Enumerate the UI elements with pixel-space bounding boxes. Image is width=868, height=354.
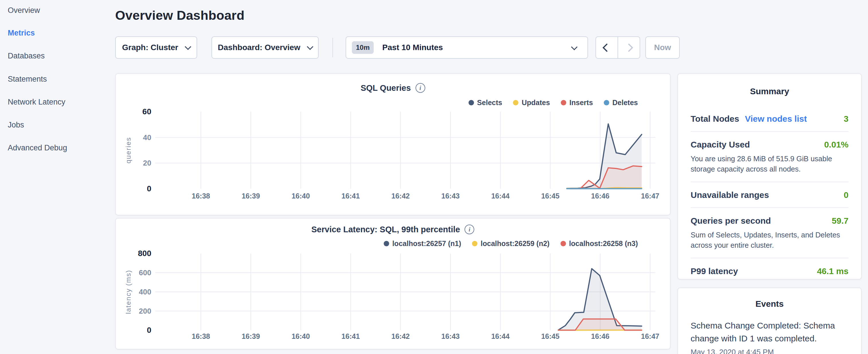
sidebar-item-advanced-debug[interactable]: Advanced Debug — [8, 143, 67, 152]
x-tick-label: 16:47 — [641, 192, 659, 200]
time-range-dropdown[interactable]: 10m Past 10 Minutes — [346, 36, 588, 59]
sql-queries-card: SQL QueriesiSelectsUpdatesInsertsDeletes… — [115, 73, 671, 215]
x-tick-label: 16:44 — [491, 192, 509, 200]
x-tick-label: 16:43 — [441, 332, 460, 340]
dashboard-dropdown-label: Dashboard: Overview — [218, 43, 300, 52]
sidebar-item-jobs[interactable]: Jobs — [8, 121, 24, 129]
y-tick-label: 0 — [147, 184, 151, 193]
time-next-button[interactable] — [618, 37, 640, 58]
y-tick-label: 600 — [139, 268, 151, 277]
now-button[interactable]: Now — [645, 36, 680, 59]
sidebar: OverviewMetricsDatabasesStatementsNetwor… — [0, 0, 113, 354]
sidebar-item-overview[interactable]: Overview — [8, 6, 40, 15]
x-tick-label: 16:42 — [392, 192, 410, 200]
summary-value: 59.7 — [832, 216, 848, 226]
summary-title: Summary — [691, 84, 848, 96]
graph-dropdown[interactable]: Graph: Cluster — [115, 36, 197, 59]
page-title: Overview Dashboard — [115, 8, 244, 23]
chevron-down-icon — [571, 44, 578, 51]
sidebar-item-databases[interactable]: Databases — [8, 52, 45, 60]
summary-link[interactable]: View nodes list — [745, 114, 807, 124]
events-list: Schema Change Completed: Schema change w… — [691, 319, 848, 354]
summary-row-line: Unavailable ranges0 — [691, 190, 848, 200]
x-tick-label: 16:46 — [591, 192, 610, 200]
x-tick-label: 16:45 — [541, 332, 559, 340]
summary-value: 46.1 ms — [817, 266, 848, 276]
graph-dropdown-label: Graph: Cluster — [122, 43, 178, 52]
summary-subtext: You are using 28.6 MiB of 515.9 GiB usab… — [691, 154, 848, 174]
summary-row-capacity-used: Capacity Used0.01%You are using 28.6 MiB… — [691, 131, 848, 182]
controls-divider — [333, 38, 333, 57]
summary-label: Total Nodes — [691, 114, 739, 124]
y-axis-title: latency (ms) — [124, 270, 132, 314]
y-tick-label: 60 — [143, 107, 151, 116]
summary-row-p99-latency: P99 latency46.1 ms — [691, 258, 848, 284]
y-tick-label: 40 — [143, 133, 151, 142]
x-tick-label: 16:38 — [192, 332, 210, 340]
event-timestamp: May 13, 2020 at 4:45 PM — [691, 348, 848, 354]
summary-row-line: Capacity Used0.01% — [691, 140, 848, 150]
summary-value: 0.01% — [824, 140, 848, 150]
chevron-right-icon — [625, 43, 633, 52]
y-tick-label: 400 — [139, 288, 151, 296]
summary-row-line: P99 latency46.1 ms — [691, 266, 848, 276]
sidebar-item-statements[interactable]: Statements — [8, 75, 47, 84]
x-tick-label: 16:38 — [192, 192, 210, 200]
x-tick-label: 16:40 — [291, 332, 310, 340]
sql-queries-plot: 16:3816:3916:4016:4116:4216:4316:4416:45… — [116, 74, 671, 216]
sidebar-item-network-latency[interactable]: Network Latency — [8, 98, 65, 106]
x-tick-label: 16:41 — [342, 192, 360, 200]
summary-row-total-nodes: Total NodesView nodes list3 — [691, 106, 848, 131]
events-title: Events — [691, 296, 848, 309]
dashboard-dropdown[interactable]: Dashboard: Overview — [212, 36, 319, 59]
summary-row-queries-per-second: Queries per second59.7Sum of Selects, Up… — [691, 207, 848, 258]
summary-label: Capacity Used — [691, 140, 750, 150]
x-tick-label: 16:45 — [541, 192, 559, 200]
summary-row-unavailable-ranges: Unavailable ranges0 — [691, 182, 848, 207]
sidebar-item-metrics[interactable]: Metrics — [8, 29, 35, 37]
x-tick-label: 16:41 — [342, 332, 360, 340]
x-tick-label: 16:39 — [242, 332, 260, 340]
summary-subtext: Sum of Selects, Updates, Inserts, and De… — [691, 230, 848, 250]
service-latency-card: Service Latency: SQL, 99th percentileilo… — [115, 218, 671, 349]
event-item[interactable]: Schema Change Completed: Schema change w… — [691, 319, 848, 354]
x-tick-label: 16:44 — [491, 332, 509, 340]
summary-row-line: Queries per second59.7 — [691, 216, 848, 226]
time-prev-button[interactable] — [596, 37, 618, 58]
y-tick-label: 200 — [139, 307, 151, 315]
event-text: Schema Change Completed: Schema change w… — [691, 319, 848, 345]
time-range-badge: 10m — [352, 41, 374, 54]
service-latency-sql-99th-percentile-plot: 16:3816:3916:4016:4116:4216:4316:4416:45… — [116, 219, 671, 350]
chevron-left-icon — [602, 43, 611, 52]
summary-row-line: Total NodesView nodes list3 — [691, 114, 848, 124]
summary-value: 0 — [844, 190, 848, 200]
summary-label: Unavailable ranges — [691, 190, 769, 200]
y-axis-title: queries — [124, 137, 132, 164]
x-tick-label: 16:46 — [591, 332, 610, 340]
time-pager — [595, 36, 640, 59]
y-tick-label: 800 — [138, 249, 151, 258]
x-tick-label: 16:47 — [641, 332, 659, 340]
summary-label: P99 latency — [691, 266, 738, 276]
time-range-label: Past 10 Minutes — [382, 43, 443, 52]
x-tick-label: 16:40 — [291, 192, 310, 200]
y-tick-label: 0 — [147, 326, 151, 334]
summary-label: Queries per second — [691, 216, 771, 226]
summary-rows: Total NodesView nodes list3Capacity Used… — [691, 106, 848, 284]
x-tick-label: 16:43 — [441, 192, 460, 200]
chevron-down-icon — [185, 43, 191, 50]
summary-panel: Summary Total NodesView nodes list3Capac… — [677, 73, 862, 280]
events-panel: Events Schema Change Completed: Schema c… — [677, 288, 862, 354]
chevron-down-icon — [307, 43, 313, 50]
y-tick-label: 20 — [143, 159, 151, 167]
x-tick-label: 16:42 — [392, 332, 410, 340]
summary-value: 3 — [844, 114, 848, 124]
x-tick-label: 16:39 — [242, 192, 260, 200]
